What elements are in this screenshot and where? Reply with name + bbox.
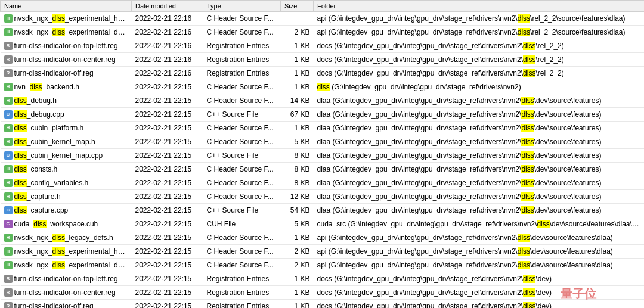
- name-highlight: dlss: [14, 151, 27, 160]
- cell-date: 2022-02-21 22:16: [132, 39, 203, 53]
- h-icon: H: [4, 234, 13, 242]
- cell-folder: docs (G:\integdev_gpu_drv\integ\gpu_drv\…: [314, 272, 645, 286]
- col-header-name[interactable]: Name: [1, 1, 132, 12]
- folder-highlight: dlss: [518, 28, 530, 36]
- cell-date: 2022-02-21 22:15: [132, 259, 203, 272]
- cell-type: C Header Source F...: [203, 176, 281, 190]
- table-row[interactable]: Hnvn_dlss_backend.h2022-02-21 22:15C Hea…: [1, 80, 645, 94]
- col-header-folder[interactable]: Folder: [314, 1, 645, 12]
- cell-name: Rturn-dlss-indicator-on-top-left.reg: [1, 39, 132, 53]
- table-row[interactable]: Rturn-dlss-indicator-off.reg2022-02-21 2…: [1, 300, 645, 309]
- cell-folder: api (G:\integdev_gpu_drv\integ\gpu_drv\s…: [314, 259, 645, 272]
- h-icon: H: [4, 97, 13, 105]
- name-highlight: dlss: [14, 165, 27, 173]
- cuh-icon: C: [4, 220, 13, 228]
- folder-highlight: dlss: [523, 55, 535, 64]
- cell-type: Registration Entries: [203, 272, 281, 286]
- cell-type: CUH File: [203, 217, 281, 231]
- cell-type: C Header Source F...: [203, 231, 281, 245]
- table-wrapper[interactable]: Name Date modified Type Size Folder Hnvs…: [0, 0, 644, 308]
- name-highlight: dlss: [33, 220, 46, 228]
- name-highlight: dlss: [30, 83, 42, 91]
- folder-highlight: dlss: [523, 288, 535, 297]
- cell-name: Hdlss_debug.h: [1, 94, 132, 108]
- col-header-size[interactable]: Size: [281, 1, 314, 12]
- cell-name: Rturn-dlss-indicator-on-center.reg: [1, 286, 132, 300]
- cell-type: C Header Source F...: [203, 26, 281, 39]
- cell-size: 2 KB: [281, 26, 314, 39]
- name-highlight: dlss: [14, 124, 27, 132]
- table-row[interactable]: Hnvsdk_ngx_dlss_experimental_defs.h2022-…: [1, 259, 645, 272]
- col-header-date[interactable]: Date modified: [132, 1, 203, 12]
- cell-folder: api (G:\integdev_gpu_drv\integ\gpu_drv\s…: [314, 245, 645, 259]
- file-table: Name Date modified Type Size Folder Hnvs…: [0, 0, 644, 308]
- name-highlight: dlss: [52, 28, 65, 36]
- table-row[interactable]: Rturn-dlss-indicator-off.reg2022-02-21 2…: [1, 67, 645, 80]
- name-highlight: dlss: [52, 234, 65, 242]
- cell-type: Registration Entries: [203, 286, 281, 300]
- folder-highlight: dlss: [521, 110, 534, 119]
- table-row[interactable]: Hnvsdk_ngx_dlss_experimental_helpers.h20…: [1, 245, 645, 259]
- name-highlight: dlss: [14, 138, 27, 146]
- table-row[interactable]: Hnvsdk_ngx_dlss_legacy_defs.h2022-02-21 …: [1, 231, 645, 245]
- table-row[interactable]: Hdlss_capture.h2022-02-21 22:15C Header …: [1, 190, 645, 204]
- folder-highlight: dlss: [523, 302, 535, 308]
- c-icon: C: [4, 206, 13, 214]
- cell-date: 2022-02-21 22:15: [132, 176, 203, 190]
- table-row[interactable]: Hdlss_cubin_platform.h2022-02-21 22:15C …: [1, 122, 645, 135]
- table-row[interactable]: Hdlss_cubin_kernel_map.h2022-02-21 22:15…: [1, 135, 645, 149]
- cell-folder: dlaa (G:\integdev_gpu_drv\integ\gpu_drv\…: [314, 135, 645, 149]
- table-row[interactable]: Cdlss_debug.cpp2022-02-21 22:15C++ Sourc…: [1, 108, 645, 122]
- table-row[interactable]: Rturn-dlss-indicator-on-top-left.reg2022…: [1, 39, 645, 53]
- cell-folder: cuda_src (G:\integdev_gpu_drv\integ\gpu_…: [314, 217, 645, 231]
- cell-type: C++ Source File: [203, 149, 281, 163]
- table-row[interactable]: Rturn-dlss-indicator-on-top-left.reg2022…: [1, 272, 645, 286]
- table-row[interactable]: Hnvsdk_ngx_dlss_experimental_helpers.h20…: [1, 12, 645, 26]
- table-row[interactable]: Ccuda_dlss_workspace.cuh2022-02-21 22:15…: [1, 217, 645, 231]
- cell-name: Hdlss_consts.h: [1, 163, 132, 176]
- table-row[interactable]: Cdlss_cubin_kernel_map.cpp2022-02-21 22:…: [1, 149, 645, 163]
- cell-type: C Header Source F...: [203, 122, 281, 135]
- name-highlight: dlss: [52, 247, 65, 256]
- cell-date: 2022-02-21 22:15: [132, 245, 203, 259]
- cell-date: 2022-02-21 22:16: [132, 12, 203, 26]
- col-header-type[interactable]: Type: [203, 1, 281, 12]
- cell-name: Hnvn_dlss_backend.h: [1, 80, 132, 94]
- h-icon: H: [4, 179, 13, 187]
- cell-folder: dlaa (G:\integdev_gpu_drv\integ\gpu_drv\…: [314, 204, 645, 217]
- table-row[interactable]: Hnvsdk_ngx_dlss_experimental_defs.h2022-…: [1, 26, 645, 39]
- folder-highlight: dlss: [521, 192, 534, 201]
- cell-name: Hnvsdk_ngx_dlss_experimental_helpers.h: [1, 12, 132, 26]
- reg-icon: R: [4, 55, 13, 64]
- cell-folder: api (G:\integdev_gpu_drv\integ\gpu_drv\s…: [314, 12, 645, 26]
- folder-highlight: dlss: [521, 124, 534, 132]
- cell-name: Hdlss_cubin_kernel_map.h: [1, 135, 132, 149]
- cell-type: Registration Entries: [203, 67, 281, 80]
- table-row[interactable]: Rturn-dlss-indicator-on-center.reg2022-0…: [1, 286, 645, 300]
- cell-type: C Header Source F...: [203, 12, 281, 26]
- file-explorer: Name Date modified Type Size Folder Hnvs…: [0, 0, 644, 308]
- cell-type: C Header Source F...: [203, 135, 281, 149]
- cell-type: Registration Entries: [203, 300, 281, 309]
- cell-size: 1 KB: [281, 39, 314, 53]
- cell-folder: dlaa (G:\integdev_gpu_drv\integ\gpu_drv\…: [314, 163, 645, 176]
- cell-size: 1 KB: [281, 300, 314, 309]
- cell-size: 1 KB: [281, 122, 314, 135]
- cell-folder: api (G:\integdev_gpu_drv\integ\gpu_drv\s…: [314, 26, 645, 39]
- cell-folder: dlaa (G:\integdev_gpu_drv\integ\gpu_drv\…: [314, 108, 645, 122]
- folder-highlight: dlss: [523, 275, 535, 283]
- table-row[interactable]: Hdlss_consts.h2022-02-21 22:15C Header S…: [1, 163, 645, 176]
- cell-size: 12 KB: [281, 190, 314, 204]
- table-row[interactable]: Cdlss_capture.cpp2022-02-21 22:15C++ Sou…: [1, 204, 645, 217]
- cell-date: 2022-02-21 22:15: [132, 204, 203, 217]
- cell-date: 2022-02-21 22:15: [132, 149, 203, 163]
- h-icon: H: [4, 83, 13, 91]
- cell-date: 2022-02-21 22:15: [132, 217, 203, 231]
- cell-type: Registration Entries: [203, 53, 281, 67]
- cell-folder: docs (G:\integdev_gpu_drv\integ\gpu_drv\…: [314, 67, 645, 80]
- h-icon: H: [4, 261, 13, 269]
- table-row[interactable]: Rturn-dlss-indicator-on-center.reg2022-0…: [1, 53, 645, 67]
- table-row[interactable]: Hdlss_debug.h2022-02-21 22:15C Header So…: [1, 94, 645, 108]
- table-row[interactable]: Hdlss_config_variables.h2022-02-21 22:15…: [1, 176, 645, 190]
- cell-date: 2022-02-21 22:16: [132, 67, 203, 80]
